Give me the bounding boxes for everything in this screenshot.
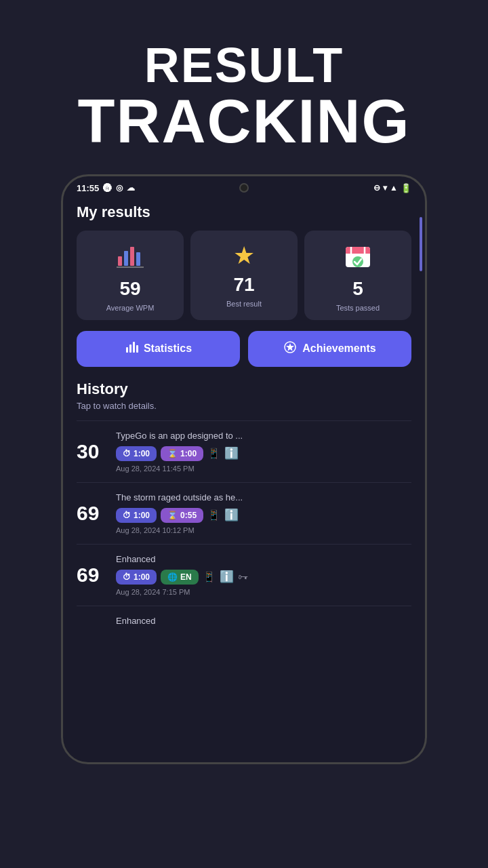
status-right: ⊖ ▾ ▲ 🔋	[373, 183, 411, 193]
svg-rect-3	[136, 252, 140, 266]
history-item-1[interactable]: 30 TypeGo is an app designed to ... ⏱ 1:…	[77, 420, 411, 482]
svg-rect-12	[129, 344, 131, 353]
avg-wpm-label: Average WPM	[106, 304, 155, 312]
history-details-1: TypeGo is an app designed to ... ⏱ 1:00 …	[116, 431, 411, 473]
status-battery: 🔋	[401, 183, 411, 193]
info-icon-2[interactable]: ℹ️	[224, 508, 239, 522]
history-wpm-3: 69	[77, 564, 108, 587]
history-date-3: Aug 28, 2024 7:15 PM	[116, 588, 411, 596]
history-subtitle: Tap to watch details.	[77, 401, 411, 411]
history-title: History	[77, 380, 411, 398]
history-text-4: Enhanced	[116, 616, 326, 626]
tag-hourglass-1: ⌛ 1:00	[161, 446, 203, 461]
done-badge-icon	[343, 241, 373, 274]
hourglass-value-2: 0:55	[180, 511, 197, 520]
history-wpm-1: 30	[77, 440, 108, 463]
status-wifi: ▾	[383, 183, 387, 193]
hero-line2: TRACKING	[27, 90, 461, 154]
timer-value-1: 1:00	[134, 449, 150, 458]
history-item-4[interactable]: Enhanced	[77, 606, 411, 641]
phone-frame: 11:55 🅐 ◎ ☁ ⊖ ▾ ▲ 🔋 My results	[61, 174, 427, 764]
bar-chart-icon	[115, 241, 145, 274]
stats-row: 59 Average WPM ★ 71 Best result	[77, 231, 411, 320]
timer-value-3: 1:00	[134, 572, 150, 582]
history-date-2: Aug 28, 2024 10:12 PM	[116, 526, 411, 534]
history-details-4: Enhanced	[116, 616, 411, 631]
history-wpm-2: 69	[77, 502, 108, 525]
achievements-icon	[283, 340, 297, 357]
star-icon: ★	[233, 241, 255, 270]
history-details-3: Enhanced ⏱ 1:00 🌐 EN 📱 ℹ️ 🗝 Aug 28, 2024…	[116, 554, 411, 596]
hourglass-icon-2: ⌛	[167, 511, 178, 520]
history-text-1: TypeGo is an app designed to ...	[116, 431, 326, 441]
status-icon-a: 🅐	[103, 183, 112, 193]
history-tags-1: ⏱ 1:00 ⌛ 1:00 📱 ℹ️	[116, 446, 411, 461]
stat-card-tests-passed: 5 Tests passed	[304, 231, 411, 320]
status-icon-loc: ◎	[116, 183, 123, 193]
history-item-2[interactable]: 69 The storm raged outside as he... ⏱ 1:…	[77, 482, 411, 544]
camera-area	[239, 183, 249, 193]
svg-rect-14	[136, 345, 138, 353]
svg-rect-2	[130, 247, 134, 266]
status-dnd: ⊖	[373, 183, 380, 193]
svg-rect-1	[124, 251, 128, 266]
achievements-label: Achievements	[302, 342, 376, 355]
globe-icon-3: 🌐	[167, 572, 178, 582]
phone-icon-3: 📱	[203, 571, 216, 583]
status-time: 11:55	[77, 183, 99, 193]
tag-timer-1: ⏱ 1:00	[116, 446, 157, 461]
my-results-title: My results	[77, 203, 411, 221]
scroll-indicator	[420, 217, 422, 271]
tag-hourglass-2: ⌛ 0:55	[161, 508, 203, 523]
status-left: 11:55 🅐 ◎ ☁	[77, 183, 135, 193]
phone-icon-2: 📱	[207, 509, 220, 521]
info-icon-3[interactable]: ℹ️	[220, 570, 234, 584]
svg-rect-7	[346, 251, 370, 254]
info-icon-1[interactable]: ℹ️	[224, 446, 239, 460]
tag-timer-2: ⏱ 1:00	[116, 508, 157, 523]
statistics-label: Statistics	[144, 342, 192, 355]
phone-content[interactable]: My results 59 Average WPM ★	[63, 197, 425, 762]
history-text-3: Enhanced	[116, 554, 326, 564]
lang-value-3: EN	[180, 572, 192, 582]
tests-passed-number: 5	[352, 278, 363, 300]
status-icon-cloud: ☁	[127, 183, 135, 193]
timer-icon-3: ⏱	[123, 572, 131, 582]
timer-icon-2: ⏱	[123, 511, 131, 520]
history-tags-2: ⏱ 1:00 ⌛ 0:55 📱 ℹ️	[116, 508, 411, 523]
timer-value-2: 1:00	[134, 511, 150, 520]
action-buttons: Statistics Achievements	[77, 331, 411, 367]
key-icon-3: 🗝	[238, 571, 248, 583]
hourglass-icon-1: ⌛	[167, 449, 178, 458]
timer-icon-1: ⏱	[123, 449, 131, 458]
svg-rect-0	[118, 256, 122, 266]
hourglass-value-1: 1:00	[180, 449, 197, 458]
svg-marker-16	[286, 343, 294, 351]
stat-card-avg-wpm: 59 Average WPM	[77, 231, 184, 320]
history-tags-3: ⏱ 1:00 🌐 EN 📱 ℹ️ 🗝	[116, 570, 411, 585]
hero-line1: RESULT	[27, 41, 461, 90]
svg-rect-13	[133, 342, 135, 353]
tests-passed-label: Tests passed	[336, 304, 380, 312]
avg-wpm-number: 59	[119, 278, 140, 300]
tag-timer-3: ⏱ 1:00	[116, 570, 157, 585]
svg-rect-11	[126, 347, 128, 353]
status-signal: ▲	[390, 183, 398, 193]
hero-section: RESULT TRACKING	[0, 0, 488, 174]
history-text-2: The storm raged outside as he...	[116, 492, 326, 502]
achievements-button[interactable]: Achievements	[248, 331, 411, 367]
history-date-1: Aug 28, 2024 11:45 PM	[116, 465, 411, 473]
phone-icon-1: 📱	[207, 448, 220, 460]
statistics-button[interactable]: Statistics	[77, 331, 240, 367]
best-result-label: Best result	[226, 300, 262, 308]
tag-lang-3: 🌐 EN	[161, 570, 199, 585]
camera-dot	[239, 183, 249, 193]
status-bar: 11:55 🅐 ◎ ☁ ⊖ ▾ ▲ 🔋	[63, 176, 425, 197]
history-details-2: The storm raged outside as he... ⏱ 1:00 …	[116, 492, 411, 534]
statistics-icon	[125, 340, 138, 357]
history-item-3[interactable]: 69 Enhanced ⏱ 1:00 🌐 EN 📱 ℹ️ 🗝 Aug	[77, 544, 411, 606]
best-result-number: 71	[233, 274, 254, 296]
stat-card-best-result: ★ 71 Best result	[190, 231, 298, 320]
